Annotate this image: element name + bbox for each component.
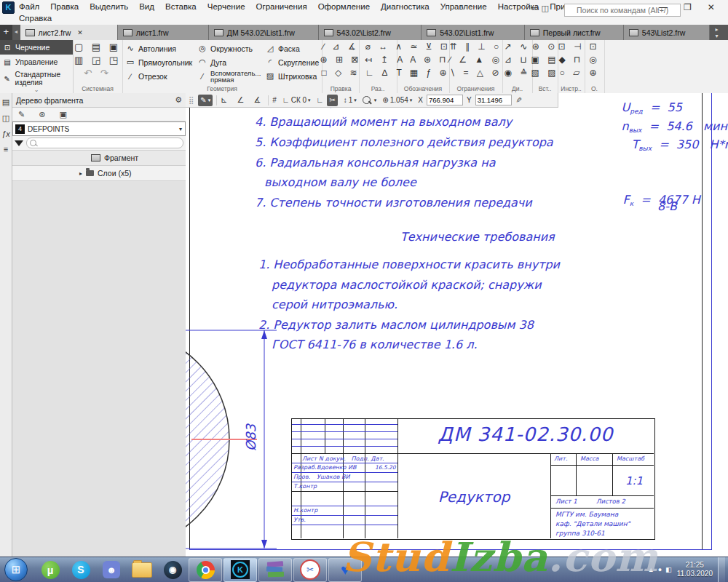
panel-tab-drawing[interactable]: ⊡ Черчение bbox=[0, 40, 73, 55]
panel-collapse-button[interactable]: ⌄ bbox=[0, 87, 73, 93]
icon-row[interactable]: ∕ ⊿ ∡ bbox=[323, 40, 359, 53]
tab-first-sheet[interactable]: Первый лист.frw bbox=[525, 25, 624, 40]
circle-button[interactable]: ◎ Окружность bbox=[197, 41, 270, 55]
taskbar-discord-icon[interactable]: ☻ bbox=[96, 558, 127, 582]
zoom-level-control[interactable]: ⊕ 1.054 ▾ bbox=[380, 95, 414, 106]
menu-format[interactable]: Оформление bbox=[318, 2, 370, 11]
icon-row[interactable]: ⊕ ⊞ ⊠ bbox=[323, 53, 359, 66]
taskbar-skype-icon[interactable]: S bbox=[66, 558, 96, 582]
undo-redo-icons[interactable]: ↶ ↷ bbox=[73, 66, 122, 79]
title-block[interactable]: ДМ 341-02.30.00 Лист N докум. Подп. Дат.… bbox=[291, 418, 655, 540]
menu-diagnostics[interactable]: Диагностика bbox=[381, 2, 430, 11]
icon-row[interactable]: ⊛ ⊙ bbox=[532, 40, 558, 53]
drag-handle[interactable]: ⣿ bbox=[189, 96, 194, 104]
tab-543-list1[interactable]: 543.02\List1.frw bbox=[422, 25, 525, 40]
icon-row[interactable]: ▣ ▤ bbox=[532, 53, 558, 66]
minimize-button[interactable]: — bbox=[659, 2, 668, 12]
new-tab-button[interactable]: + bbox=[0, 25, 12, 40]
grid-icon[interactable]: # bbox=[272, 96, 277, 104]
icon-row[interactable]: ▧ ▨ bbox=[532, 66, 558, 79]
expand-arrow-icon[interactable]: ▸ bbox=[79, 170, 82, 177]
autoline-button[interactable]: ∿ Автолиния bbox=[125, 41, 192, 55]
menu-constraints[interactable]: Ограничения bbox=[256, 2, 307, 11]
icon-row[interactable]: ⊡ ⊣ bbox=[558, 40, 585, 53]
menu-help[interactable]: Справка bbox=[19, 14, 52, 23]
icon-row[interactable]: ◆ ⊓ bbox=[558, 53, 585, 66]
chevron-down-icon[interactable]: ▾ bbox=[179, 126, 185, 132]
close-button[interactable]: ✕ bbox=[708, 2, 715, 12]
taskbar-snipping-button[interactable]: ✂ bbox=[293, 558, 327, 582]
drawing-canvas[interactable]: 3. Частота вращения выходного вала 4. Вр… bbox=[186, 93, 728, 557]
chevron-down-icon[interactable]: ▾ bbox=[374, 97, 377, 103]
icon-row[interactable]: ○ ▱ bbox=[558, 66, 585, 79]
tab-close-icon[interactable]: ✕ bbox=[77, 29, 83, 36]
menu-view[interactable]: Вид bbox=[139, 2, 154, 11]
unit-stepper[interactable]: ↕ 1 ▾ bbox=[341, 95, 359, 106]
pen-tool-button[interactable]: ✎ ▾ bbox=[198, 95, 213, 106]
tab-list2[interactable]: лист2.frw ✕ bbox=[20, 25, 118, 40]
menu-insert[interactable]: Вставка bbox=[165, 2, 197, 11]
taskbar-explorer-icon[interactable] bbox=[127, 558, 157, 582]
snap-icons[interactable]: ⊾ ∠ ∡ bbox=[221, 95, 264, 105]
magnifier-icon[interactable] bbox=[363, 96, 371, 104]
restore-button[interactable]: ❐ bbox=[684, 2, 692, 12]
tab-543b-list2[interactable]: 543\List2.frw bbox=[624, 25, 710, 40]
menu-draw[interactable]: Черчение bbox=[207, 2, 245, 11]
tree-search-input[interactable] bbox=[26, 137, 183, 148]
icon-row[interactable]: ⊕ bbox=[585, 66, 604, 79]
section-view-geometry[interactable]: Ø83 bbox=[186, 326, 280, 553]
window-layout-icons[interactable]: ▭ ◫ bbox=[531, 4, 549, 13]
taskbar-kompas-button[interactable]: K bbox=[223, 558, 257, 582]
start-button[interactable]: ⊞ bbox=[4, 558, 28, 581]
trim-tool-button[interactable]: ✂ bbox=[327, 95, 337, 106]
taskbar-winrar-button[interactable] bbox=[258, 558, 292, 582]
icon-row[interactable]: ∕ ∠ ▲ ◎ bbox=[449, 53, 502, 66]
menu-select[interactable]: Выделить bbox=[90, 2, 128, 11]
system-icons-row2[interactable]: ▥ ◲ ◳ bbox=[73, 53, 122, 66]
menu-edit[interactable]: Правка bbox=[50, 2, 79, 11]
corner-mode-icon[interactable]: ∟ bbox=[317, 96, 324, 104]
tab-list1[interactable]: лист1.frw bbox=[118, 25, 209, 40]
icon-row[interactable]: ⊿ ⊔ bbox=[502, 53, 532, 66]
icon-row[interactable]: A A ⊛ ⊓ bbox=[397, 53, 449, 66]
fillet-button[interactable]: ◜ Скругление bbox=[265, 55, 319, 69]
taskbar-clock[interactable]: 21:25 11.03.2020 bbox=[677, 561, 713, 578]
tab-543-list2[interactable]: 543.02\List2.frw bbox=[319, 25, 422, 40]
taskbar-steam-icon[interactable]: ◉ bbox=[157, 558, 188, 582]
variables-panel-icon[interactable]: ƒx bbox=[1, 129, 10, 138]
menu-file[interactable]: Файл bbox=[19, 2, 39, 11]
icon-row[interactable]: ◎ bbox=[585, 53, 604, 66]
tab-dm543-list1[interactable]: ДМ 543.02\List1.frw bbox=[209, 25, 319, 40]
y-coordinate-field[interactable] bbox=[475, 95, 512, 105]
icon-row[interactable]: ∟ ∆ bbox=[359, 66, 397, 79]
app-logo-icon[interactable]: K bbox=[2, 1, 15, 14]
icon-row[interactable]: ↗ ∿ bbox=[502, 40, 532, 53]
filter-icon[interactable] bbox=[15, 140, 23, 146]
icon-row[interactable]: ∖ = △ ⊘ bbox=[449, 66, 502, 79]
construction-line-button[interactable]: ⁄ Вспомогатель... прямая bbox=[197, 69, 270, 83]
x-coordinate-field[interactable] bbox=[427, 95, 463, 105]
icon-row[interactable]: T ▦ ƒ ⊕ bbox=[397, 66, 449, 79]
gear-icon[interactable]: ⚙ bbox=[175, 95, 182, 105]
properties-panel-icon[interactable]: ◫ bbox=[2, 113, 9, 123]
hatch-button[interactable]: ▨ Штриховка bbox=[265, 69, 319, 83]
system-icons-row1[interactable]: ▢ ▤ ▣ bbox=[73, 40, 122, 53]
icon-row[interactable]: □ ◇ ≋ bbox=[323, 66, 359, 79]
tree-panel-icon[interactable]: ▤ bbox=[2, 97, 9, 107]
arc-button[interactable]: ◠ Дуга bbox=[197, 55, 270, 69]
show-desktop-button[interactable] bbox=[718, 557, 725, 582]
chamfer-button[interactable]: ◿ Фаска bbox=[265, 41, 319, 55]
panel-tab-management[interactable]: ▤ Управление bbox=[0, 55, 73, 69]
tab-scroll-left[interactable]: ◂ bbox=[12, 25, 20, 40]
menu-manage[interactable]: Управление bbox=[440, 2, 487, 11]
panel-tab-standard-parts[interactable]: ✎ Стандартные изделия bbox=[0, 69, 73, 88]
tree-toolbar-icons[interactable]: ✎ ⊛ ▣ bbox=[12, 108, 186, 121]
icon-row[interactable]: ⌀ ↔ bbox=[359, 40, 397, 53]
segment-button[interactable]: ∕ Отрезок bbox=[125, 69, 192, 83]
taskbar-utorrent-icon[interactable]: µ bbox=[35, 558, 66, 582]
icon-row[interactable]: ⊡ bbox=[585, 40, 604, 53]
current-layer-dropdown[interactable]: 4 DEFPOINTS ▾ bbox=[12, 121, 186, 136]
icon-row[interactable]: ∧ ≃ ⊻ ⊡ bbox=[397, 40, 449, 53]
tab-overflow-buttons[interactable]: ▸ ▾ bbox=[710, 25, 728, 40]
menu-panel-icon[interactable]: ≡ bbox=[4, 145, 8, 154]
